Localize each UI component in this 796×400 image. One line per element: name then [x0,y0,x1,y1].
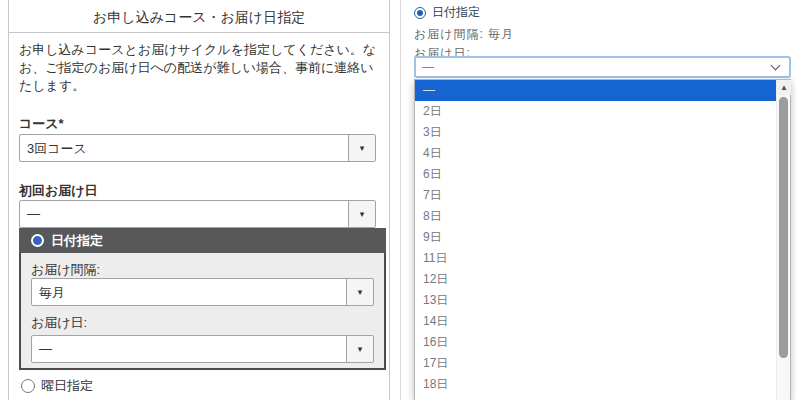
dropdown-option-11[interactable]: 14日 [415,311,790,332]
card-description: お申し込みコースとお届けサイクルを指定してください。なお、ご指定のお届け日への配… [19,41,379,95]
dropdown-scrollbar[interactable]: ▲ [776,80,790,400]
caret-down-icon: ▾ [360,210,365,219]
date-radio-label: 日付指定 [51,232,103,250]
dropdown-option-3[interactable]: 4日 [415,143,790,164]
delivery-day-select-value: — [32,336,346,362]
dropdown-option-14[interactable]: 18日 [415,374,790,395]
first-delivery-label: 初回お届け日 [19,182,98,200]
dropdown-option-5[interactable]: 7日 [415,185,790,206]
dropdown-option-7[interactable]: 9日 [415,227,790,248]
dropdown-option-4[interactable]: 6日 [415,164,790,185]
weekday-specified-radio[interactable]: 曜日指定 [21,377,93,395]
card-title: お申し込みコース・お届け日指定 [9,0,389,33]
interval-label: お届け間隔: [31,261,100,279]
dropdown-option-9[interactable]: 12日 [415,269,790,290]
dropdown-option-2[interactable]: 3日 [415,122,790,143]
dropdown-option-12[interactable]: 16日 [415,332,790,353]
course-label: コース* [19,115,64,133]
interval-select[interactable]: 毎月 ▾ [31,278,374,306]
order-course-card: お申し込みコース・お届け日指定 お申し込みコースとお届けサイクルを指定してくださ… [8,0,390,400]
dropdown-option-10[interactable]: 13日 [415,290,790,311]
scrollbar-thumb[interactable] [779,97,788,358]
first-delivery-select-button[interactable]: ▾ [348,201,375,227]
scrollbar-up-arrow-icon[interactable]: ▲ [777,80,791,95]
date-settings-frame: お届け間隔: 毎月 ▾ お届け日: — ▾ [19,253,386,370]
date-radio-selected-icon[interactable] [414,7,426,19]
date-radio-right-label: 日付指定 [432,4,480,21]
dropdown-option-6[interactable]: 8日 [415,206,790,227]
delivery-date-panel: 日付指定 お届け間隔: 毎月 お届け日: — —2日3日4日6日7日8日9日11… [400,0,796,400]
interval-select-value: 毎月 [32,279,346,305]
first-delivery-select-value: — [20,201,348,227]
date-radio-icon[interactable] [31,234,44,247]
dropdown-option-1[interactable]: 2日 [415,101,790,122]
delivery-day-dropdown: —2日3日4日6日7日8日9日11日12日13日14日16日17日18日19日 … [414,79,791,400]
interval-readonly-text: お届け間隔: 毎月 [414,26,514,43]
chevron-down-icon [771,61,781,71]
course-select[interactable]: 3回コース ▾ [19,134,376,162]
course-select-button[interactable]: ▾ [348,135,375,161]
weekday-radio-label: 曜日指定 [41,377,93,395]
delivery-day-select-focused-value: — [416,60,772,74]
delivery-day-select-focused[interactable]: — [414,56,791,78]
date-specified-radio-right[interactable]: 日付指定 [414,4,480,21]
dropdown-option-15[interactable]: 19日 [415,395,790,400]
delivery-day-label: お届け日: [31,314,87,332]
dropdown-option-0[interactable]: — [415,80,790,101]
weekday-radio-icon[interactable] [21,379,35,393]
dropdown-option-13[interactable]: 17日 [415,353,790,374]
caret-down-icon: ▾ [358,345,363,354]
course-select-value: 3回コース [20,135,348,161]
day-options-list: —2日3日4日6日7日8日9日11日12日13日14日16日17日18日19日 [415,80,790,400]
date-specified-radio-header[interactable]: 日付指定 [19,228,386,253]
first-delivery-select[interactable]: — ▾ [19,200,376,228]
dropdown-option-8[interactable]: 11日 [415,248,790,269]
caret-down-icon: ▾ [360,144,365,153]
delivery-day-select-button[interactable]: ▾ [346,336,373,362]
interval-select-button[interactable]: ▾ [346,279,373,305]
delivery-day-select[interactable]: — ▾ [31,335,374,363]
caret-down-icon: ▾ [358,288,363,297]
